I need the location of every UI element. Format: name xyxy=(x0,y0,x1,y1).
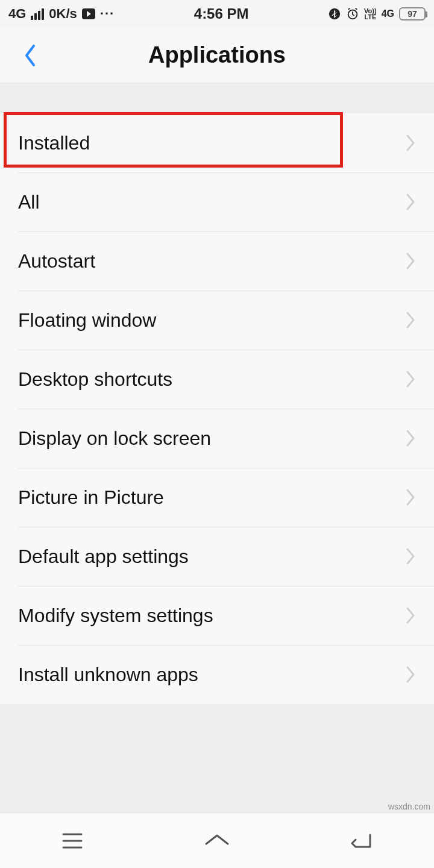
network-type-label: 4G xyxy=(8,6,26,22)
bluetooth-icon xyxy=(328,7,341,20)
signal-icon xyxy=(31,8,44,20)
home-outline-icon xyxy=(204,832,230,850)
nav-recent-button[interactable] xyxy=(54,823,90,859)
alarm-icon xyxy=(346,7,359,20)
clock-label: 4:56 PM xyxy=(194,5,249,22)
data-rate-label: 0K/s xyxy=(49,6,77,22)
row-label: Floating window xyxy=(18,309,156,332)
status-bar: 4G 0K/s ··· 4:56 PM Vo))LTE 4G 97 xyxy=(0,0,434,28)
row-modify-system-settings[interactable]: Modify system settings xyxy=(0,586,434,645)
status-left: 4G 0K/s ··· xyxy=(8,6,115,22)
page-title: Applications xyxy=(0,42,434,68)
watermark-label: wsxdn.com xyxy=(388,802,430,811)
nav-home-button[interactable] xyxy=(199,823,235,859)
system-nav-bar xyxy=(0,813,434,868)
chevron-right-icon xyxy=(405,311,416,329)
row-floating-window[interactable]: Floating window xyxy=(0,291,434,350)
row-label: Picture in Picture xyxy=(18,486,164,509)
chevron-right-icon xyxy=(405,134,416,152)
row-label: Display on lock screen xyxy=(18,427,211,450)
chevron-right-icon xyxy=(405,488,416,506)
row-installed[interactable]: Installed xyxy=(0,113,434,172)
battery-icon: 97 xyxy=(399,7,426,20)
section-gap xyxy=(0,83,434,113)
row-label: Desktop shortcuts xyxy=(18,368,172,391)
network2-label: 4G xyxy=(382,8,394,19)
chevron-right-icon xyxy=(405,606,416,624)
more-notifications-icon: ··· xyxy=(100,6,115,22)
volte-icon: Vo))LTE xyxy=(364,8,377,20)
row-display-on-lock-screen[interactable]: Display on lock screen xyxy=(0,409,434,468)
back-outline-icon xyxy=(350,831,374,851)
chevron-right-icon xyxy=(405,429,416,447)
row-install-unknown-apps[interactable]: Install unknown apps xyxy=(0,645,434,704)
chevron-right-icon xyxy=(405,547,416,565)
row-label: Modify system settings xyxy=(18,605,213,627)
row-label: Install unknown apps xyxy=(18,664,198,686)
row-label: All xyxy=(18,191,40,213)
video-icon xyxy=(82,8,95,19)
row-default-app-settings[interactable]: Default app settings xyxy=(0,527,434,586)
row-label: Autostart xyxy=(18,250,95,272)
chevron-left-icon xyxy=(22,43,39,68)
row-desktop-shortcuts[interactable]: Desktop shortcuts xyxy=(0,350,434,409)
chevron-right-icon xyxy=(405,193,416,211)
back-button[interactable] xyxy=(18,43,42,68)
row-autostart[interactable]: Autostart xyxy=(0,231,434,291)
nav-back-button[interactable] xyxy=(344,823,380,859)
status-right: Vo))LTE 4G 97 xyxy=(328,7,426,20)
chevron-right-icon xyxy=(405,665,416,684)
hamburger-icon xyxy=(61,832,84,850)
chevron-right-icon xyxy=(405,252,416,270)
row-all[interactable]: All xyxy=(0,172,434,231)
row-picture-in-picture[interactable]: Picture in Picture xyxy=(0,468,434,527)
settings-list: Installed All Autostart Floating window … xyxy=(0,113,434,704)
row-label: Default app settings xyxy=(18,546,189,568)
chevron-right-icon xyxy=(405,370,416,388)
page-header: Applications xyxy=(0,28,434,83)
row-label: Installed xyxy=(18,132,90,154)
